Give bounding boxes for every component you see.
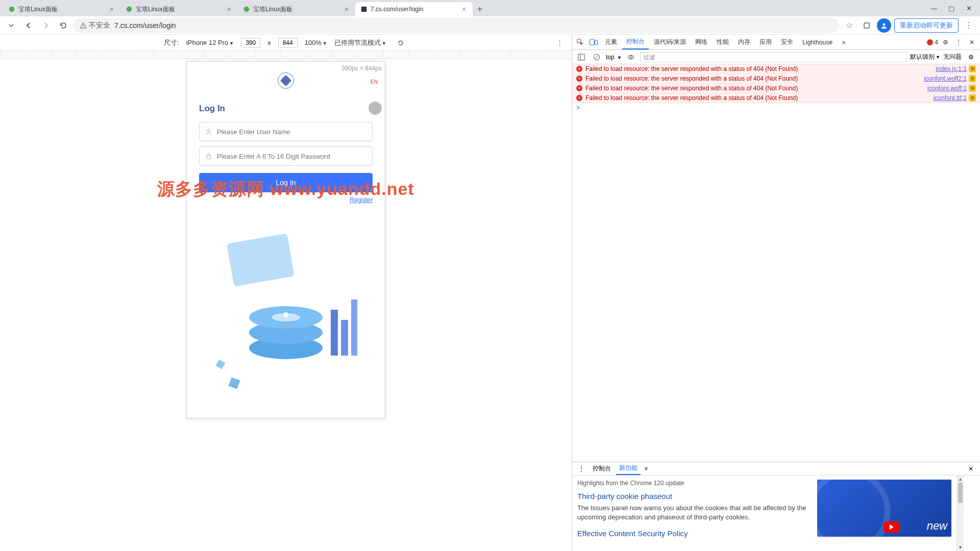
tab-security[interactable]: 安全 [777, 35, 797, 49]
tab-lighthouse[interactable]: Lighthouse [798, 36, 837, 48]
console-error-row[interactable]: ×Failed to load resource: the server res… [572, 84, 980, 93]
tab-performance[interactable]: 性能 [713, 35, 733, 49]
tab-item[interactable]: 宝塔Linux面板 × [3, 2, 120, 16]
maximize-icon[interactable]: ▢ [947, 4, 955, 12]
svg-rect-15 [331, 310, 338, 356]
tab-item-active[interactable]: 7.cs.com/user/login × [355, 2, 473, 16]
clear-console-icon[interactable] [591, 51, 603, 63]
console-source[interactable]: iconfont.ttf:1⎘ [934, 94, 976, 102]
throttle-selector[interactable]: 已停用节流模式▼ [334, 38, 386, 47]
tab-title: 宝塔Linux面板 [18, 5, 105, 14]
context-selector[interactable]: top ▼ [606, 54, 622, 61]
login-button[interactable]: Log In [199, 173, 373, 192]
device-menu-icon[interactable]: ⋮ [552, 36, 567, 50]
tab-console[interactable]: 控制台 [622, 35, 649, 49]
settings-gear-icon[interactable]: ⚙ [939, 36, 951, 48]
tab-network[interactable]: 网络 [691, 35, 712, 49]
console-prompt[interactable]: > [572, 103, 980, 112]
tab-close-icon[interactable]: × [226, 6, 233, 13]
tab-elements[interactable]: 元素 [601, 35, 621, 49]
new-tab-button[interactable]: + [473, 2, 487, 16]
forward-icon[interactable] [39, 18, 53, 33]
tab-item[interactable]: 宝塔Linux面板 × [238, 2, 355, 16]
drawer-body: Highlights from the Chrome 120 update Th… [572, 475, 957, 551]
console-source[interactable]: iconfont.woff:1⎘ [927, 85, 976, 92]
kebab-menu-icon[interactable]: ⋮ [962, 18, 976, 33]
console-body: ×Failed to load resource: the server res… [572, 64, 980, 462]
tab-close-icon[interactable]: × [343, 6, 350, 13]
dim-sep: x [267, 39, 271, 46]
live-expression-icon[interactable] [625, 51, 637, 63]
minimize-icon[interactable]: — [930, 4, 938, 12]
tab-item[interactable]: 宝塔Linux面板 × [120, 2, 238, 16]
back-icon[interactable] [21, 18, 36, 33]
tab-close-icon[interactable]: × [460, 6, 468, 13]
relaunch-button[interactable]: 重新启动即可更新 [894, 18, 959, 33]
reload-icon[interactable] [56, 18, 70, 33]
drawer-tab-console[interactable]: 控制台 [590, 463, 614, 474]
device-selector[interactable]: iPhone 12 Pro▼ [186, 39, 234, 46]
login-header: EN [192, 70, 380, 91]
right-toolbar: ☆ 重新启动即可更新 ⋮ [842, 18, 976, 33]
error-count[interactable]: 4 [927, 39, 938, 46]
svg-rect-16 [341, 320, 348, 356]
url-text: 7.cs.com/user/login [114, 21, 176, 30]
tab-memory[interactable]: 内存 [734, 35, 754, 49]
drawer-heading[interactable]: Third-party cookie phaseout [577, 492, 807, 500]
password-input[interactable] [217, 153, 367, 160]
url-bar[interactable]: 不安全 7.cs.com/user/login [74, 18, 839, 33]
drawer-tabs: ⋮ 控制台 新功能 × ✕ [572, 462, 980, 475]
drawer-tab-whatsnew[interactable]: 新功能 [616, 462, 641, 475]
extensions-icon[interactable] [860, 18, 874, 33]
zoom-selector[interactable]: 100%▼ [305, 39, 327, 46]
register-link[interactable]: Register [199, 196, 373, 204]
username-input[interactable] [217, 128, 367, 136]
device-width-input[interactable] [241, 38, 260, 48]
tab-application[interactable]: 应用 [755, 35, 776, 49]
devtools-drawer: ⋮ 控制台 新功能 × ✕ Highlights from the Chrome… [572, 462, 980, 551]
tab-sources[interactable]: 源代码/来源 [650, 35, 690, 49]
rotate-icon[interactable] [394, 36, 408, 50]
tab-close-icon[interactable]: × [108, 6, 115, 13]
devtools-close-icon[interactable]: ✕ [966, 36, 978, 48]
drawer-scrollbar[interactable]: ▲ ▼ [957, 475, 964, 551]
language-selector[interactable]: EN [371, 79, 378, 85]
console-gear-icon[interactable]: ⚙ [965, 51, 977, 63]
scroll-down-icon[interactable]: ▼ [957, 544, 964, 551]
more-tabs-icon[interactable]: » [838, 36, 850, 48]
drawer-video[interactable]: new [817, 480, 951, 537]
close-icon[interactable]: ✕ [965, 4, 973, 12]
console-error-row[interactable]: ×Failed to load resource: the server res… [572, 64, 980, 74]
chevron-down-icon[interactable] [4, 18, 18, 33]
device-height-input[interactable] [278, 38, 298, 48]
lock-icon [205, 152, 213, 160]
drawer-heading-2[interactable]: Effective Content Security Policy [577, 529, 807, 538]
console-source[interactable]: index.js:1:1⎘ [936, 65, 976, 72]
drawer-close-icon[interactable]: ✕ [965, 463, 977, 475]
issues-label[interactable]: 无问题 [943, 53, 962, 61]
scroll-up-icon[interactable]: ▲ [957, 475, 964, 483]
favicon-icon [360, 6, 368, 13]
console-source[interactable]: iconfont.woff2:1⎘ [924, 75, 976, 82]
login-title: Log In [199, 104, 373, 114]
console-sidebar-icon[interactable] [575, 51, 587, 63]
scroll-thumb[interactable] [958, 483, 963, 503]
log-levels[interactable]: 默认级别▼ [910, 53, 940, 61]
console-error-row[interactable]: ×Failed to load resource: the server res… [572, 93, 980, 103]
play-icon [884, 521, 900, 533]
inspect-icon[interactable] [574, 36, 586, 48]
security-warning[interactable]: 不安全 [80, 21, 110, 30]
device-toggle-icon[interactable] [587, 36, 600, 48]
star-icon[interactable]: ☆ [842, 18, 856, 33]
svg-rect-17 [351, 299, 357, 356]
drawer-menu-icon[interactable]: ⋮ [575, 463, 587, 475]
devtools-tabs: 元素 控制台 源代码/来源 网络 性能 内存 应用 安全 Lighthouse … [572, 35, 980, 50]
tab-title: 宝塔Linux面板 [253, 5, 340, 14]
drawer-tab-close-icon[interactable]: × [643, 465, 650, 472]
profile-avatar[interactable] [877, 18, 891, 33]
window-controls: — ▢ ✕ [926, 4, 977, 12]
devtools-menu-icon[interactable]: ⋮ [952, 36, 965, 48]
console-filter-input[interactable] [640, 52, 907, 62]
devtools: 元素 控制台 源代码/来源 网络 性能 内存 应用 安全 Lighthouse … [572, 35, 980, 551]
console-error-row[interactable]: ×Failed to load resource: the server res… [572, 74, 980, 84]
